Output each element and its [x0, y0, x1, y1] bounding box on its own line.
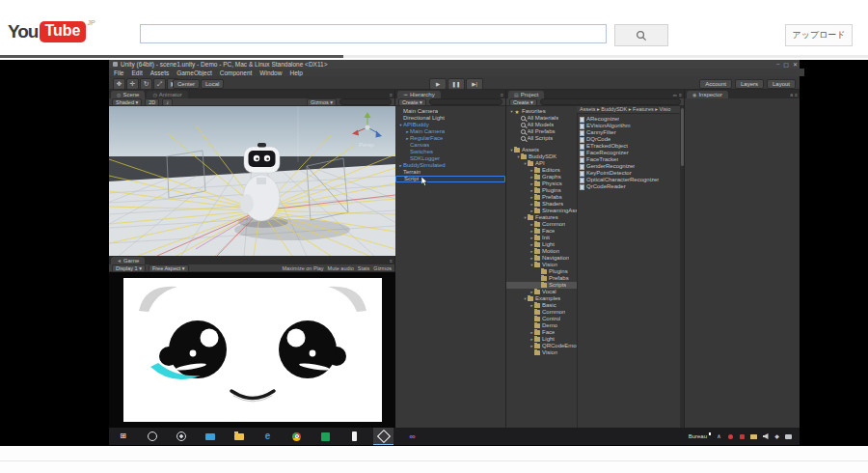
taskbar-icon-unity[interactable]	[373, 428, 393, 445]
project-file-item[interactable]: KeyPointDetector	[577, 170, 684, 177]
pause-button[interactable]: ❚❚	[448, 78, 465, 90]
project-tree-item[interactable]: Vision	[506, 349, 577, 356]
hierarchy-item[interactable]: Script	[395, 176, 505, 182]
project-tree-item[interactable]: Common	[506, 309, 577, 316]
project-tree-item[interactable]: ► Light	[506, 241, 577, 248]
project-tree-item[interactable]: ► Face	[506, 228, 577, 235]
project-tree-item[interactable]: ► StreamingAsset	[506, 208, 577, 214]
project-search-input[interactable]	[540, 98, 681, 105]
hierarchy-item[interactable]: Canvas	[395, 142, 505, 149]
menu-item[interactable]: Help	[289, 70, 302, 76]
project-file-item[interactable]: ARecognizer	[577, 116, 684, 123]
taskbar-icon-monitor[interactable]	[200, 428, 220, 445]
project-tree-item[interactable]: ► Motion	[506, 248, 577, 255]
tab-hierarchy[interactable]: ≔Hierarchy	[397, 91, 441, 98]
transform-tool-button[interactable]: ↻	[140, 78, 152, 90]
game-toolbar-toggle[interactable]: Maximize on Play	[282, 265, 323, 271]
project-tree-item[interactable]: ► Prefabs	[506, 194, 577, 201]
project-file-item[interactable]: CannyFilter	[577, 129, 684, 136]
transform-tool-button[interactable]: ✥	[113, 78, 125, 90]
tab-inspector[interactable]: ◉Inspector	[687, 91, 728, 98]
desktop-toolbar-label[interactable]: Bureau	[689, 433, 711, 439]
menu-item[interactable]: Component	[220, 70, 253, 76]
project-tree-item[interactable]: ▼ Examples	[506, 295, 577, 302]
project-tree-item[interactable]: ► QRCodeEmotion	[506, 343, 577, 349]
project-file-item[interactable]: FaceTracker	[577, 156, 684, 163]
search-input[interactable]	[140, 24, 607, 43]
project-tree-item[interactable]: All Models	[506, 122, 577, 128]
hierarchy-item[interactable]: Switches	[395, 149, 505, 155]
hierarchy-item[interactable]: ► BuddySimulated	[395, 162, 505, 169]
scene-search-input[interactable]	[339, 98, 392, 105]
tab-scene[interactable]: ◎Scene	[111, 91, 145, 98]
shaded-dropdown[interactable]: Shaded ▾	[112, 98, 142, 106]
toolbar-dropdown[interactable]: Layers	[735, 79, 764, 89]
project-file-item[interactable]: QrCodeReader	[577, 183, 684, 190]
taskbar-icon-cortana[interactable]	[142, 428, 162, 445]
project-tree-item[interactable]: ► Light	[506, 336, 577, 343]
gizmos-dropdown[interactable]: Gizmos ▾	[307, 98, 337, 106]
menu-item[interactable]: Window	[259, 70, 282, 76]
project-tree-item[interactable]: Demo	[506, 322, 577, 329]
project-tree-item[interactable]: Control	[506, 316, 577, 322]
slider-icon[interactable]: ⚎	[673, 92, 677, 97]
upload-button[interactable]: アップロード	[785, 24, 853, 46]
pivot-local-button[interactable]: Local	[201, 79, 224, 89]
game-toolbar-toggle[interactable]: Gizmos	[373, 265, 392, 271]
taskbar-icon-chrome[interactable]	[286, 428, 307, 445]
panel-menu-icon[interactable]: ≡	[390, 258, 393, 264]
game-toolbar-toggle[interactable]: Mute audio	[328, 265, 354, 271]
play-button[interactable]: ▶	[429, 78, 447, 90]
game-toolbar-toggle[interactable]: Stats	[358, 265, 370, 271]
hierarchy-item[interactable]: ► RegularFace	[395, 135, 505, 142]
hierarchy-item[interactable]: ▼ APIBuddy	[395, 122, 505, 128]
lock-icon[interactable]: a	[790, 92, 793, 97]
project-tree-item[interactable]: Plugins	[506, 268, 577, 275]
panel-menu-icon[interactable]: ≡	[679, 92, 682, 97]
video-player[interactable]: Unity (64bit) - scene1.unity - Demo - PC…	[0, 60, 868, 446]
project-file-item[interactable]: FaceRecognizer	[577, 150, 684, 156]
taskbar-icon-edge[interactable]	[258, 428, 278, 445]
audio-toggle-icon[interactable]: ♪	[162, 98, 173, 106]
menu-item[interactable]: GameObject	[176, 70, 212, 76]
project-file-item[interactable]: OpticalCharacterRecognizer	[577, 177, 684, 183]
project-create-dropdown[interactable]: Create ▾	[509, 98, 537, 106]
search-button[interactable]	[614, 24, 668, 46]
project-file-item[interactable]: ETrackedObject	[577, 143, 684, 150]
project-tree-item[interactable]: All Prefabs	[506, 128, 577, 135]
tray-icon-chevron-up[interactable]	[716, 433, 722, 440]
taskbar-icon-start[interactable]	[113, 428, 133, 445]
project-tree-item[interactable]: ► Plugins	[506, 187, 577, 194]
menu-item[interactable]: Assets	[150, 70, 170, 76]
project-tree-item[interactable]: All Scripts	[506, 135, 577, 142]
scrollbar-thumb[interactable]	[681, 108, 684, 166]
pivot-center-button[interactable]: Center	[173, 79, 200, 89]
project-tree-item[interactable]: ► Vocal	[506, 289, 577, 295]
aspect-dropdown[interactable]: Free Aspect ▾	[149, 264, 189, 272]
project-tree-item[interactable]: ► Shaders	[506, 201, 577, 208]
project-tree-item[interactable]: ► Editors	[506, 167, 577, 174]
project-tree-item[interactable]: ▼ Assets	[506, 147, 577, 153]
project-tree-item[interactable]: ▼ Features	[506, 214, 577, 221]
menu-item[interactable]: Edit	[131, 70, 142, 76]
project-tree-item[interactable]: ▼ BuddySDK	[506, 153, 577, 160]
step-button[interactable]: ▶|	[466, 78, 483, 90]
toolbar-dropdown[interactable]: Layout	[767, 79, 796, 89]
tab-project[interactable]: ▤Project	[508, 91, 544, 98]
hierarchy-item[interactable]: ► Main Camera	[395, 128, 505, 135]
project-tree-item[interactable]: Scripts	[506, 282, 577, 289]
project-file-item[interactable]: EVisionAlgorithm	[577, 123, 684, 129]
project-tree-item[interactable]: ► Physics	[506, 181, 577, 187]
project-tree-item[interactable]: ► Init	[506, 235, 577, 241]
minimize-button[interactable]: –	[776, 61, 779, 68]
taskbar-icon-visual-studio[interactable]	[402, 428, 422, 445]
youtube-logo[interactable]: You Tube JP	[8, 21, 95, 42]
transform-tool-button[interactable]: ✛	[126, 78, 139, 90]
tray-icon-speaker[interactable]	[762, 433, 769, 440]
breadcrumb[interactable]: Assets ▸ BuddySDK ▸ Features ▸ Visio	[577, 106, 684, 114]
project-tree-item[interactable]: ► Common	[506, 221, 577, 228]
hierarchy-item[interactable]: Main Camera	[395, 108, 505, 115]
taskbar-icon-file-explorer[interactable]	[229, 428, 249, 445]
taskbar-icon-photos[interactable]	[315, 428, 336, 445]
project-tree-item[interactable]: All Materials	[506, 115, 577, 122]
